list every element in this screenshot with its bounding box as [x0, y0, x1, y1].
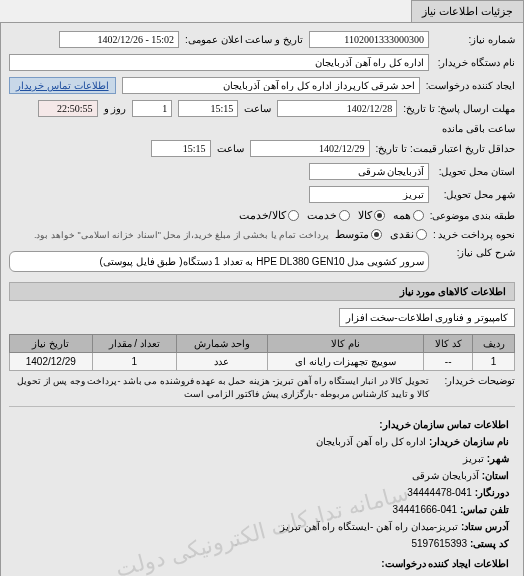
- goods-section-title: اطلاعات کالاهای مورد نیاز: [9, 282, 515, 301]
- group-radio-group: همه کالا خدمت کالا/خدمت: [239, 209, 424, 222]
- contact-postal-label: کد پستی:: [470, 538, 509, 549]
- radio-all-label: همه: [393, 209, 411, 222]
- validity-deadline-label: حداقل تاریخ اعتبار قیمت: تا تاریخ:: [376, 143, 515, 154]
- payment-note: پرداخت تمام یا بخشی از مبلغ خرید،از محل …: [34, 230, 329, 240]
- radio-medium-label: متوسط: [335, 228, 369, 241]
- contact-city: تبریز: [463, 453, 484, 464]
- cell-qty: 1: [92, 353, 176, 371]
- contact-phone-label: تلفن تماس:: [460, 504, 509, 515]
- th-qty: تعداد / مقدار: [92, 335, 176, 353]
- th-unit: واحد شمارش: [176, 335, 267, 353]
- province-field[interactable]: [309, 163, 429, 180]
- contact-title: اطلاعات تماس سازمان خریدار:: [15, 417, 509, 433]
- payment-radio-group: نقدی متوسط: [335, 228, 427, 241]
- radio-both[interactable]: [288, 210, 299, 221]
- th-date: تاریخ نیاز: [10, 335, 93, 353]
- radio-goods-label: کالا: [358, 209, 372, 222]
- cell-unit: عدد: [176, 353, 267, 371]
- public-datetime-field[interactable]: [59, 31, 179, 48]
- buyer-org-label: نام دستگاه خریدار:: [435, 57, 515, 68]
- days-label: روز و: [104, 103, 127, 114]
- category-box: کامپیوتر و فناوری اطلاعات-سخت افزار: [339, 308, 515, 327]
- validity-time-field[interactable]: [151, 140, 211, 157]
- countdown-field: [38, 100, 98, 117]
- table-row[interactable]: 1 -- سوییچ تجهیزات رایانه ای عدد 1 1402/…: [10, 353, 515, 371]
- contact-org-label: نام سازمان خریدار:: [429, 436, 509, 447]
- main-panel: شماره نیاز: تاریخ و ساعت اعلان عمومی: نا…: [0, 22, 524, 576]
- cell-code: --: [424, 353, 473, 371]
- response-deadline-label: مهلت ارسال پاسخ: تا تاریخ:: [403, 103, 515, 114]
- public-datetime-label: تاریخ و ساعت اعلان عمومی:: [185, 34, 303, 45]
- th-code: کد کالا: [424, 335, 473, 353]
- requester-label: ایجاد کننده درخواست:: [426, 80, 515, 91]
- time-label-1: ساعت: [244, 103, 271, 114]
- response-date-field[interactable]: [277, 100, 397, 117]
- remaining-label: ساعت باقی مانده: [442, 123, 515, 134]
- request-number-field[interactable]: [309, 31, 429, 48]
- tab-title: جزئیات اطلاعات نیاز: [411, 0, 524, 22]
- days-field[interactable]: [132, 100, 172, 117]
- subject-label: شرح کلی نیاز:: [435, 247, 515, 258]
- radio-cash-label: نقدی: [390, 228, 414, 241]
- validity-date-field[interactable]: [250, 140, 370, 157]
- contact-address: تبریز-میدان راه آهن -ایستگاه راه آهن تبر…: [280, 521, 458, 532]
- goods-table: ردیف کد کالا نام کالا واحد شمارش تعداد /…: [9, 334, 515, 371]
- buyer-org-field[interactable]: [9, 54, 429, 71]
- radio-service-label: خدمت: [307, 209, 337, 222]
- delivery-note: تحویل کالا در انبار ایستگاه راه آهن تبری…: [9, 375, 429, 400]
- cell-row: 1: [473, 353, 515, 371]
- radio-cash[interactable]: [416, 229, 427, 240]
- province-label: استان محل تحویل:: [435, 166, 515, 177]
- requester-title: اطلاعات ایجاد کننده درخواست:: [15, 556, 509, 572]
- contact-fax: 041-34444478: [407, 487, 472, 498]
- contact-fax-label: دورنگار:: [475, 487, 509, 498]
- delivery-label: توضیحات خریدار:: [435, 375, 515, 386]
- subject-box: سرور کشویی مدل HPE DL380 GEN10 به تعداد …: [9, 251, 429, 272]
- response-time-field[interactable]: [178, 100, 238, 117]
- radio-all[interactable]: [413, 210, 424, 221]
- contact-postal: 5197615393: [411, 538, 467, 549]
- group-label: طبقه بندی موضوعی:: [430, 210, 515, 221]
- radio-both-label: کالا/خدمت: [239, 209, 286, 222]
- contact-link-button[interactable]: اطلاعات تماس خریدار: [9, 77, 116, 94]
- contact-org: اداره کل راه آهن آذربایجان: [316, 436, 426, 447]
- requester-field[interactable]: [122, 77, 420, 94]
- contact-province-label: استان:: [482, 470, 509, 481]
- city-label: شهر محل تحویل:: [435, 189, 515, 200]
- cell-date: 1402/12/29: [10, 353, 93, 371]
- cell-name: سوییچ تجهیزات رایانه ای: [267, 353, 424, 371]
- th-name: نام کالا: [267, 335, 424, 353]
- time-label-2: ساعت: [217, 143, 244, 154]
- city-field[interactable]: [309, 186, 429, 203]
- contact-section: سامانه تدارکات الکترونیکی دولت اطلاعات ت…: [9, 411, 515, 576]
- contact-province: آذربایجان شرقی: [412, 470, 479, 481]
- contact-address-label: آدرس ستاد:: [461, 521, 509, 532]
- radio-medium[interactable]: [371, 229, 382, 240]
- th-row: ردیف: [473, 335, 515, 353]
- request-number-label: شماره نیاز:: [435, 34, 515, 45]
- radio-goods[interactable]: [374, 210, 385, 221]
- contact-city-label: شهر:: [487, 453, 509, 464]
- payment-label: نحوه پرداخت خرید :: [433, 229, 515, 240]
- radio-service[interactable]: [339, 210, 350, 221]
- contact-phone: 041-34441666: [393, 504, 458, 515]
